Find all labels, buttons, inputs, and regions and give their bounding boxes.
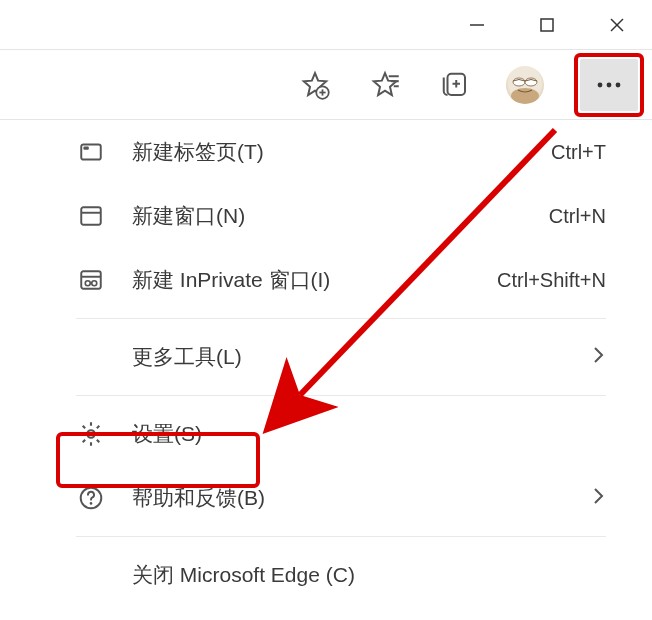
menu-settings-label: 设置(S) <box>132 420 606 448</box>
chevron-right-icon <box>592 485 606 512</box>
menu-new-inprivate[interactable]: 新建 InPrivate 窗口(I) Ctrl+Shift+N <box>50 248 632 312</box>
favorites-button[interactable] <box>364 64 406 106</box>
svg-point-28 <box>87 430 94 437</box>
inprivate-icon <box>76 265 106 295</box>
svg-rect-23 <box>81 271 101 288</box>
svg-point-13 <box>511 88 539 104</box>
window-frame: 新建标签页(T) Ctrl+T 新建窗口(N) Ctrl+N 新建 InPriv… <box>0 0 652 620</box>
maximize-icon <box>539 17 555 33</box>
svg-point-26 <box>92 281 97 286</box>
menu-help-label: 帮助和反馈(B) <box>132 484 592 512</box>
svg-point-30 <box>90 502 93 505</box>
svg-rect-21 <box>81 207 101 224</box>
avatar-icon <box>506 66 544 104</box>
menu-new-window-shortcut: Ctrl+N <box>549 205 606 228</box>
title-bar <box>0 0 652 50</box>
menu-more-tools[interactable]: 更多工具(L) <box>50 325 632 389</box>
menu-settings[interactable]: 设置(S) <box>50 402 632 466</box>
collections-icon <box>440 70 470 100</box>
minimize-button[interactable] <box>442 0 512 50</box>
menu-new-tab-label: 新建标签页(T) <box>132 138 551 166</box>
menu-new-tab[interactable]: 新建标签页(T) Ctrl+T <box>50 120 632 184</box>
svg-rect-20 <box>83 147 88 150</box>
collections-button[interactable] <box>434 64 476 106</box>
favorites-icon <box>370 70 400 100</box>
menu-new-inprivate-shortcut: Ctrl+Shift+N <box>497 269 606 292</box>
svg-rect-1 <box>541 19 553 31</box>
app-menu: 新建标签页(T) Ctrl+T 新建窗口(N) Ctrl+N 新建 InPriv… <box>50 120 632 607</box>
svg-point-16 <box>598 82 603 87</box>
close-button[interactable] <box>582 0 652 50</box>
svg-point-25 <box>85 281 90 286</box>
more-icon <box>596 81 622 89</box>
profile-button[interactable] <box>504 64 546 106</box>
new-window-icon <box>76 201 106 231</box>
star-plus-icon <box>300 70 330 100</box>
menu-more-tools-label: 更多工具(L) <box>132 343 592 371</box>
more-button[interactable] <box>580 59 638 111</box>
new-tab-icon <box>76 137 106 167</box>
chevron-right-icon <box>592 344 606 371</box>
menu-close-edge-label: 关闭 Microsoft Edge (C) <box>132 561 606 589</box>
menu-new-window-label: 新建窗口(N) <box>132 202 549 230</box>
menu-new-tab-shortcut: Ctrl+T <box>551 141 606 164</box>
menu-separator <box>76 536 606 537</box>
minimize-icon <box>468 16 486 34</box>
menu-separator <box>76 395 606 396</box>
toolbar <box>0 50 652 120</box>
menu-help[interactable]: 帮助和反馈(B) <box>50 466 632 530</box>
menu-new-window[interactable]: 新建窗口(N) Ctrl+N <box>50 184 632 248</box>
menu-close-edge[interactable]: 关闭 Microsoft Edge (C) <box>50 543 632 607</box>
maximize-button[interactable] <box>512 0 582 50</box>
menu-separator <box>76 318 606 319</box>
menu-new-inprivate-label: 新建 InPrivate 窗口(I) <box>132 266 497 294</box>
add-favorite-button[interactable] <box>294 64 336 106</box>
more-button-highlight <box>574 53 644 117</box>
close-icon <box>608 16 626 34</box>
svg-point-17 <box>607 82 612 87</box>
svg-point-18 <box>616 82 621 87</box>
gear-icon <box>76 419 106 449</box>
help-icon <box>76 483 106 513</box>
